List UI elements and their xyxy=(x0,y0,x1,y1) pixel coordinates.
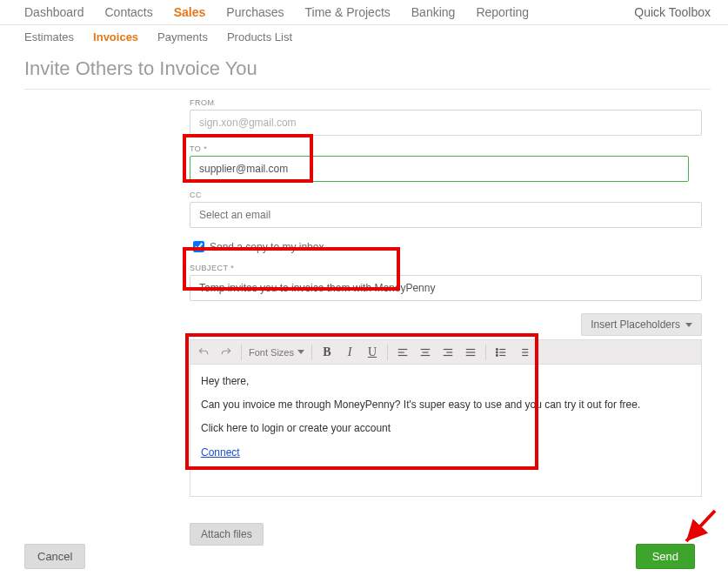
nav-sales[interactable]: Sales xyxy=(174,5,206,19)
message-editor[interactable]: Hey there, Can you invoice me through Mo… xyxy=(190,364,702,497)
subnav-products-list[interactable]: Products List xyxy=(227,30,292,44)
editor-line: Can you invoice me through MoneyPenny? I… xyxy=(201,397,691,413)
chevron-down-icon xyxy=(297,350,304,354)
send-button[interactable]: Send xyxy=(636,544,695,569)
font-sizes-label: Font Sizes xyxy=(249,347,294,358)
redo-icon[interactable] xyxy=(218,345,234,360)
number-list-icon[interactable] xyxy=(516,345,531,360)
attach-files-button[interactable]: Attach files xyxy=(190,523,264,546)
nav-purchases[interactable]: Purchases xyxy=(226,5,284,19)
bullet-list-icon[interactable] xyxy=(493,345,509,360)
insert-placeholders-button[interactable]: Insert Placeholders xyxy=(581,313,702,336)
editor-toolbar: Font Sizes B I U xyxy=(190,339,702,364)
from-field xyxy=(190,110,702,136)
nav-banking[interactable]: Banking xyxy=(411,5,456,19)
subject-field[interactable] xyxy=(190,275,702,301)
divider xyxy=(24,89,711,90)
nav-reporting[interactable]: Reporting xyxy=(476,5,529,19)
bold-icon[interactable]: B xyxy=(319,345,335,360)
editor-line: Click here to login or create your accou… xyxy=(201,420,691,437)
font-sizes-dropdown[interactable]: Font Sizes xyxy=(249,345,304,360)
svg-point-12 xyxy=(496,348,498,350)
subnav-estimates[interactable]: Estimates xyxy=(24,30,74,44)
subnav-invoices[interactable]: Invoices xyxy=(93,30,138,44)
subnav-payments[interactable]: Payments xyxy=(157,30,208,44)
chevron-down-icon xyxy=(685,323,692,327)
sub-nav: Estimates Invoices Payments Products Lis… xyxy=(0,25,728,49)
cc-field[interactable] xyxy=(190,202,702,228)
send-copy-label: Send a copy to my inbox xyxy=(210,241,324,253)
from-label: FROM xyxy=(190,98,702,107)
subject-label: SUBJECT * xyxy=(190,264,702,272)
page-title: Invite Others to Invoice You xyxy=(0,49,728,85)
align-left-icon[interactable] xyxy=(395,345,411,360)
to-label: TO * xyxy=(190,144,702,153)
align-center-icon[interactable] xyxy=(417,345,433,360)
svg-point-14 xyxy=(496,354,498,356)
top-nav: Dashboard Contacts Sales Purchases Time … xyxy=(0,0,728,25)
nav-dashboard[interactable]: Dashboard xyxy=(24,5,84,19)
underline-icon[interactable]: U xyxy=(364,345,380,360)
connect-link[interactable]: Connect xyxy=(201,446,240,459)
nav-time-projects[interactable]: Time & Projects xyxy=(305,5,391,19)
nav-contacts[interactable]: Contacts xyxy=(105,5,153,19)
invite-form: FROM TO * CC Send a copy to my inbox SUB… xyxy=(190,98,702,546)
insert-placeholders-label: Insert Placeholders xyxy=(591,318,680,331)
cancel-button[interactable]: Cancel xyxy=(24,544,85,569)
align-right-icon[interactable] xyxy=(440,345,456,360)
quick-toolbox[interactable]: Quick Toolbox xyxy=(634,5,711,19)
to-field[interactable] xyxy=(190,156,689,182)
footer: Cancel Send xyxy=(24,544,695,569)
svg-point-13 xyxy=(496,352,498,353)
cc-label: CC xyxy=(190,191,702,199)
send-copy-checkbox[interactable] xyxy=(193,241,204,252)
editor-line: Hey there, xyxy=(201,373,691,390)
align-justify-icon[interactable] xyxy=(463,345,478,360)
italic-icon[interactable]: I xyxy=(342,345,357,360)
undo-icon[interactable] xyxy=(196,345,211,360)
